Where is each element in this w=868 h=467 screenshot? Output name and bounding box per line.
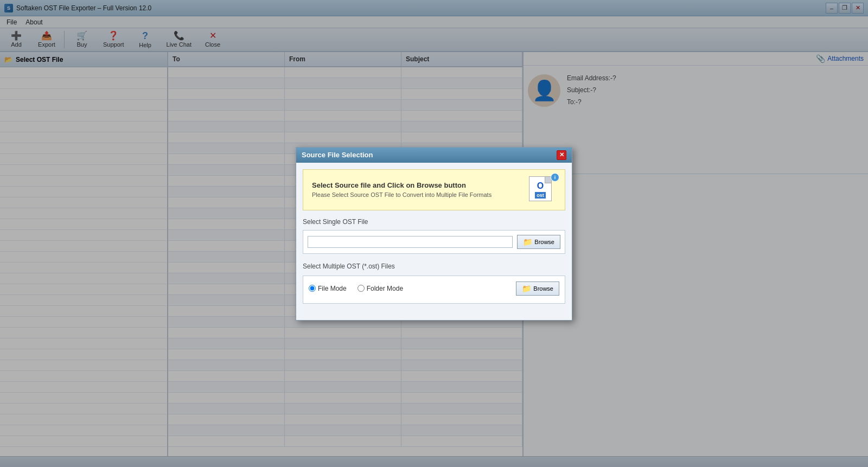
single-browse-row: 📁 Browse bbox=[303, 230, 565, 254]
single-browse-button[interactable]: 📁 Browse bbox=[517, 235, 560, 249]
radio-row: File Mode Folder Mode bbox=[309, 285, 403, 292]
folder-mode-radio[interactable] bbox=[358, 285, 365, 292]
multi-section-wrapper: File Mode Folder Mode 📁 Browse bbox=[303, 276, 565, 304]
dialog-info-text: Select Source file and Click on Browse b… bbox=[312, 181, 529, 198]
multi-ost-section: Select Multiple OST (*.ost) Files File M… bbox=[303, 263, 565, 304]
multi-section-label: Select Multiple OST (*.ost) Files bbox=[303, 263, 565, 270]
dialog-title: Source File Selection bbox=[302, 151, 373, 159]
folder-mode-option[interactable]: Folder Mode bbox=[358, 285, 403, 292]
ost-label: ost bbox=[535, 192, 546, 199]
dialog-info-subtitle: Please Select Source OST File to Convert… bbox=[312, 191, 529, 198]
outlook-letter: O bbox=[537, 181, 544, 191]
file-mode-option[interactable]: File Mode bbox=[309, 285, 347, 292]
dialog-close-button[interactable]: ✕ bbox=[557, 150, 566, 160]
dialog-title-bar: Source File Selection ✕ bbox=[296, 148, 572, 163]
multi-browse-folder-icon: 📁 bbox=[522, 284, 531, 293]
single-section-label: Select Single OST File bbox=[303, 218, 565, 226]
folder-mode-label: Folder Mode bbox=[367, 285, 403, 292]
dialog: Source File Selection ✕ Select Source fi… bbox=[296, 147, 572, 321]
single-browse-folder-icon: 📁 bbox=[523, 238, 532, 246]
modal-overlay: Source File Selection ✕ Select Source fi… bbox=[0, 0, 868, 467]
file-mode-radio[interactable] bbox=[309, 285, 316, 292]
file-mode-label: File Mode bbox=[318, 285, 347, 292]
single-browse-label: Browse bbox=[534, 239, 554, 245]
ost-file-icon: O ost bbox=[529, 176, 552, 201]
ost-badge: i bbox=[551, 173, 559, 182]
multi-section-content: File Mode Folder Mode 📁 Browse bbox=[309, 282, 559, 296]
single-file-input[interactable] bbox=[308, 236, 513, 248]
dialog-info-box: Select Source file and Click on Browse b… bbox=[303, 169, 565, 210]
multi-browse-label: Browse bbox=[533, 285, 553, 292]
single-ost-section: Select Single OST File 📁 Browse bbox=[303, 218, 565, 254]
dialog-body: Select Source file and Click on Browse b… bbox=[296, 163, 572, 310]
ost-icon-area: O ost i bbox=[529, 176, 556, 203]
multi-browse-button[interactable]: 📁 Browse bbox=[516, 282, 559, 296]
dialog-info-title: Select Source file and Click on Browse b… bbox=[312, 181, 529, 189]
